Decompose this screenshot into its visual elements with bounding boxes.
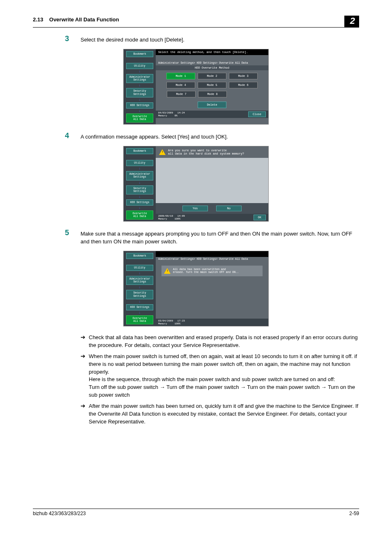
note-list: ➔ Check that all data has been overwritt… — [81, 334, 359, 426]
bookmark-button[interactable]: Bookmark — [126, 253, 153, 259]
sidebar: Bookmark Utility ↓ Administrator Setting… — [124, 146, 156, 221]
note-text: Check that all data has been overwritten… — [89, 334, 359, 349]
screenshot-done: Bookmark Utility ↓ Administrator Setting… — [123, 251, 269, 326]
chevron-down-icon: ↓ — [139, 272, 141, 275]
list-item: ➔ When the main power switch is turned o… — [81, 353, 359, 399]
arrow-icon: ➔ — [81, 334, 89, 349]
step-number: 3 — [65, 35, 81, 44]
mode-7-button[interactable]: Mode 7 — [167, 91, 196, 97]
ok-button[interactable]: OK — [254, 215, 266, 220]
step-text: A confirmation message appears. Select [… — [81, 132, 359, 141]
chevron-down-icon: ↓ — [139, 300, 141, 303]
mode-grid: Mode 1 Mode 2 Mode 3 Mode 4 Mode 5 Mode … — [156, 70, 268, 100]
status-date: 04/03/2009 — [158, 111, 173, 114]
confirm-message-bar: Are you sure you want to overwrite all d… — [156, 146, 268, 158]
chevron-down-icon: ↓ — [139, 311, 141, 314]
chevron-down-icon: ↓ — [139, 70, 141, 73]
mode-2-button[interactable]: Mode 2 — [198, 73, 226, 79]
confirm-buttons: Yes No — [156, 203, 268, 214]
list-item: ➔ After the main power switch has been t… — [81, 402, 359, 426]
screenshot-mode-select: Bookmark Utility ↓ Administrator Setting… — [123, 49, 269, 125]
step-text: Select the desired mode and touch [Delet… — [81, 35, 359, 44]
sidebar-security[interactable]: Security Settings — [126, 290, 153, 299]
step-4: 4 A confirmation message appears. Select… — [65, 132, 359, 141]
arrow-icon: ➔ — [81, 402, 89, 426]
mode-1-button[interactable]: Mode 1 — [166, 73, 195, 79]
confirm-message: Are you sure you want to overwrite all d… — [168, 149, 244, 155]
completion-message: All data has been overwritten and erased… — [173, 268, 239, 274]
chevron-down-icon: ↓ — [139, 195, 141, 199]
mode-5-button[interactable]: Mode 5 — [198, 82, 226, 88]
footer-page: 2-59 — [349, 511, 359, 516]
section-title: Overwrite All Data Function — [49, 16, 119, 23]
mode-6-button[interactable]: Mode 6 — [229, 82, 258, 88]
chevron-down-icon: ↓ — [139, 84, 141, 87]
sidebar-overwrite[interactable]: Overwrite All Data — [126, 315, 153, 324]
sidebar-utility[interactable]: Utility — [126, 160, 153, 166]
breadcrumb: Administrator Settings> HDD Settings> Ov… — [156, 257, 268, 261]
note-line: Here is the sequence, through which the … — [89, 376, 335, 382]
list-item: ➔ Check that all data has been overwritt… — [81, 334, 359, 349]
sidebar-admin[interactable]: Administrator Settings — [126, 171, 153, 180]
status-time: 14:09 — [178, 215, 185, 217]
sidebar-overwrite[interactable]: Overwrite All Data — [126, 210, 153, 220]
warning-icon — [164, 268, 171, 274]
sidebar-overwrite[interactable]: Overwrite All Data — [126, 113, 153, 123]
sidebar-hdd[interactable]: HDD Settings — [126, 304, 153, 310]
sidebar-security[interactable]: Security Settings — [126, 88, 153, 97]
page-footer: bizhub 423/363/283/223 2-59 — [33, 509, 359, 516]
breadcrumb: Administrator Settings> HDD Settings> Ov… — [156, 61, 268, 65]
footer-model: bizhub 423/363/283/223 — [33, 511, 86, 516]
bookmark-button[interactable]: Bookmark — [126, 148, 153, 154]
mode-8-button[interactable]: Mode 8 — [198, 91, 227, 97]
step-text: Make sure that a message appears prompti… — [81, 229, 359, 246]
dialog-body — [156, 158, 268, 203]
status-memory-label: Memory — [158, 114, 167, 117]
panel-title: HDD Overwrite Method — [156, 65, 268, 70]
close-button[interactable]: Close — [248, 111, 266, 117]
status-bar: 04/03/2009 14:24 Memory 0% Close — [156, 111, 268, 118]
chevron-down-icon: ↓ — [139, 206, 141, 210]
status-memory-label: Memory — [158, 322, 167, 325]
step-3: 3 Select the desired mode and touch [Del… — [65, 35, 359, 44]
sidebar-hdd[interactable]: HDD Settings — [126, 102, 153, 109]
step-number: 5 — [65, 229, 81, 246]
status-bar: 03/04/2009 17:23 Memory 100% — [156, 319, 268, 326]
note-line: When the main power switch is turned off… — [89, 353, 357, 375]
bookmark-button[interactable]: Bookmark — [126, 51, 153, 57]
status-date: 03/04/2009 — [158, 319, 173, 322]
sidebar-hdd[interactable]: HDD Settings — [126, 199, 153, 206]
status-memory-pct: 100% — [175, 217, 180, 220]
chapter-badge: 2 — [344, 16, 359, 27]
note-text: After the main power switch has been tur… — [89, 402, 359, 426]
mode-4-button[interactable]: Mode 4 — [166, 82, 195, 88]
delete-button[interactable]: Delete — [198, 102, 226, 108]
note-text: When the main power switch is turned off… — [89, 353, 359, 399]
dialog-title: Select the deleting method, and then tou… — [156, 49, 268, 55]
status-memory-pct: 100% — [175, 322, 180, 325]
step-number: 4 — [65, 132, 81, 141]
sidebar-security[interactable]: Security Settings — [126, 185, 153, 194]
mode-3-button[interactable]: Mode 3 — [229, 73, 258, 79]
sidebar-utility[interactable]: Utility — [126, 265, 153, 271]
status-bar: 2009/09/10 14:09 Memory 100% OK — [156, 214, 268, 221]
chevron-down-icon: ↓ — [139, 167, 141, 170]
warning-icon — [159, 149, 166, 155]
chevron-down-icon: ↓ — [139, 286, 141, 289]
chevron-down-icon: ↓ — [139, 98, 141, 102]
sidebar: Bookmark Utility ↓ Administrator Setting… — [124, 251, 156, 326]
step-5: 5 Make sure that a message appears promp… — [65, 229, 359, 246]
chevron-down-icon: ↓ — [139, 109, 141, 113]
sidebar-admin[interactable]: Administrator Settings — [126, 74, 153, 83]
section-number: 2.13 — [33, 16, 43, 23]
sidebar-admin[interactable]: Administrator Settings — [126, 276, 153, 285]
no-button[interactable]: No — [216, 206, 242, 211]
status-date: 2009/09/10 — [158, 215, 173, 217]
screenshot-confirm: Bookmark Utility ↓ Administrator Setting… — [123, 146, 269, 222]
completion-panel: All data has been overwritten and erased… — [161, 266, 263, 276]
arrow-icon: ➔ — [81, 353, 89, 399]
sidebar-utility[interactable]: Utility — [126, 63, 153, 69]
yes-button[interactable]: Yes — [182, 206, 208, 211]
status-time: 17:23 — [178, 319, 185, 322]
chevron-down-icon: ↓ — [139, 181, 141, 185]
